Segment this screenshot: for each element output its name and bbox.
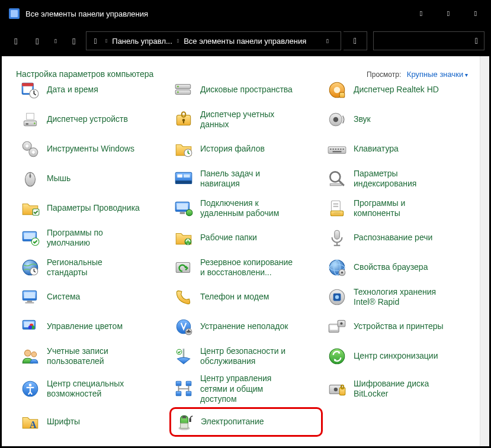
cpl-item-label: Программы по умолчанию [47,228,142,249]
cpl-item-label: Дата и время [47,85,98,95]
cpl-item-label: Параметры индексирования [354,169,448,189]
cpl-item-actioncenter[interactable]: Центр безопасности и обслуживания [169,341,323,371]
cpl-item-filehist[interactable]: История файлов [169,134,323,164]
tools-icon [20,138,41,160]
cpl-item-network[interactable]: Центр управления сетями и общим доступом [169,371,323,407]
cpl-item-storage[interactable]: Дисковые пространства [169,75,323,105]
cpl-item-region[interactable]: Региональные стандарты [16,253,169,282]
explorer-icon [20,198,41,219]
cpl-item-label: Устройства и принтеры [354,321,444,332]
close-button[interactable]:  [462,2,489,25]
sync-icon [326,346,348,367]
cpl-item-taskbar[interactable]: Панель задач и навигация [169,164,323,194]
cpl-item-indexing[interactable]: Параметры индексирования [323,164,476,194]
workfolders-icon [173,227,194,249]
cpl-item-label: Центр управления сетями и общим доступом [200,373,295,405]
cpl-item-keyboard[interactable]: Клавиатура [323,134,476,164]
forward-button[interactable]:  [28,31,47,50]
cpl-item-remoteapp[interactable]: Подключения к удаленным рабочим [169,194,323,223]
maximize-button[interactable]:  [435,2,462,25]
refresh-button[interactable]:  [344,31,367,50]
cpl-item-label: Распознавание речи [354,233,432,243]
cpl-item-programs[interactable]: Программы и компоненты [323,194,476,223]
storage-icon [173,79,194,101]
bitlocker-icon [326,378,348,399]
cpl-item-label: Система [47,292,80,302]
keyboard-icon [326,138,348,160]
app-icon [9,8,20,19]
cpl-item-phone[interactable]: Телефон и модем [169,282,323,312]
cpl-item-color[interactable]: Управление цветом [16,312,169,341]
cpl-item-label: Центр специальных возможностей [47,379,142,399]
cpl-item-cred[interactable]: Диспетчер учетных данных [169,105,323,134]
troubleshoot-icon [173,316,194,337]
cpl-item-label: Центр синхронизации [354,351,438,362]
cpl-item-tools[interactable]: Инструменты Windows [16,134,169,164]
cpl-item-speech[interactable]: Распознавание речи [323,223,476,253]
taskbar-icon [173,168,194,189]
color-icon [20,316,41,337]
region-icon [20,257,41,278]
remoteapp-icon [173,198,194,219]
cpl-item-inetopt[interactable]: Свойства браузера [323,253,476,282]
cpl-item-label: Мышь [47,173,70,184]
cpl-item-users[interactable]: Учетные записи пользователей [16,341,169,371]
minimize-button[interactable]:  [407,2,435,25]
cpl-item-sync[interactable]: Центр синхронизации [323,341,476,371]
ease-icon [20,378,41,399]
cpl-item-label: Шифрование диска BitLocker [354,379,448,399]
mouse-icon [20,168,41,189]
scrollbar[interactable] [480,56,489,446]
cpl-item-label: Управление цветом [47,321,123,332]
cpl-item-label: Подключения к удаленным рабочим [200,198,295,219]
back-button[interactable]:  [7,31,25,50]
chevron-right-icon[interactable]:  [174,38,182,44]
address-bar[interactable]:   Панель управл...  Все элементы пане… [86,31,341,50]
cpl-item-datetime[interactable]: Дата и время [16,75,169,105]
programs-icon [326,198,348,219]
titlebar: Все элементы панели управления    [2,2,489,25]
cpl-item-ease[interactable]: Центр специальных возможностей [16,371,169,407]
cpl-item-troubleshoot[interactable]: Устранение неполадок [169,312,323,341]
cpl-item-label: Инструменты Windows [47,144,134,154]
breadcrumb-seg[interactable]: Панель управл... [111,37,174,46]
cpl-item-devmgr[interactable]: Диспетчер устройств [16,105,169,134]
phone-icon [173,286,194,308]
chevron-right-icon[interactable]:  [102,38,111,44]
speech-icon [326,227,348,249]
cpl-item-explorer[interactable]: Параметры Проводника [16,194,169,223]
breadcrumb-seg[interactable]: Все элементы панели управления [182,37,307,46]
control-panel-icon:  [89,37,102,46]
cpl-item-defprog[interactable]: Программы по умолчанию [16,223,169,253]
cpl-item-label: Рабочие папки [200,233,257,243]
navbar:       Панель управл...  Все элеме… [2,25,489,56]
up-button[interactable]:  [65,31,84,50]
defprog-icon [20,227,41,249]
cpl-item-label: Учетные записи пользователей [47,346,142,367]
history-dropdown[interactable]:  [49,31,62,50]
inetopt-icon [326,257,348,278]
cpl-item-system[interactable]: Система [16,282,169,312]
cpl-item-realtek[interactable]: Диспетчер Realtek HD [323,75,476,105]
backup-icon [173,257,194,278]
devices-icon [326,316,348,337]
cpl-item-intel[interactable]: Технология хранения Intel® Rapid [323,282,476,312]
cpl-item-backup[interactable]: Резервное копирование и восстановлени... [169,253,323,282]
cpl-item-label: Панель задач и навигация [200,169,295,189]
cpl-item-label: Электропитание [201,417,264,427]
network-icon [173,378,194,399]
cpl-item-devices[interactable]: Устройства и принтеры [323,312,476,341]
fonts-icon [20,411,41,433]
search-input[interactable]:  [373,31,484,50]
cpl-item-mouse[interactable]: Мышь [16,164,169,194]
power-icon [174,411,195,433]
address-dropdown[interactable]:  [317,38,338,44]
users-icon [20,346,41,367]
cpl-item-bitlocker[interactable]: Шифрование диска BitLocker [323,371,476,407]
cpl-item-workfolders[interactable]: Рабочие папки [169,223,323,253]
actioncenter-icon [173,346,194,367]
cpl-item-fonts[interactable]: Шрифты [16,407,169,437]
sound-icon [326,109,348,130]
cpl-item-sound[interactable]: Звук [323,105,476,134]
cpl-item-power[interactable]: Электропитание [169,407,323,437]
